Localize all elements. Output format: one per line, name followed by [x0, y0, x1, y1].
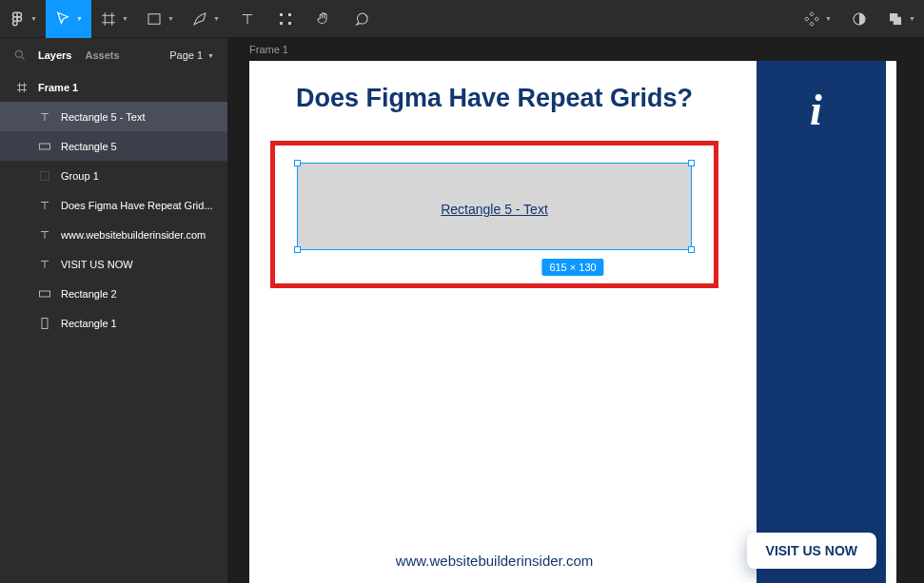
- text-icon: [239, 10, 256, 28]
- frame-icon: [15, 81, 29, 94]
- chevron-down-icon: ▼: [30, 15, 37, 22]
- left-sidebar: Layers Assets Page 1▼ Frame 1Rectangle 5…: [0, 38, 228, 583]
- svg-rect-15: [40, 144, 50, 149]
- layer-row-3[interactable]: Group 1: [0, 161, 227, 190]
- group-icon: [38, 169, 51, 183]
- sidebar-tabs: Layers Assets Page 1▼: [0, 38, 227, 72]
- layer-row-1[interactable]: Rectangle 5 - Text: [0, 102, 227, 131]
- layer-label: Does Figma Have Repeat Grid...: [61, 200, 213, 211]
- resize-handle-br[interactable]: [688, 246, 695, 253]
- layer-row-0[interactable]: Frame 1: [0, 72, 227, 102]
- visit-us-now-button[interactable]: VISIT US NOW: [747, 533, 876, 569]
- layer-row-5[interactable]: www.websitebuilderinsider.com: [0, 220, 227, 249]
- svg-rect-8: [805, 16, 809, 20]
- union-icon: [887, 10, 904, 28]
- rectangle-icon: [146, 10, 163, 28]
- svg-rect-17: [40, 291, 50, 297]
- resources-icon: [277, 10, 294, 28]
- search-icon[interactable]: [13, 49, 27, 62]
- layer-label: Rectangle 5 - Text: [61, 111, 145, 123]
- figma-menu-button[interactable]: ▼: [0, 0, 46, 38]
- canvas[interactable]: Frame 1 i Does Figma Have Repeat Grids? …: [228, 38, 924, 583]
- resize-handle-tl[interactable]: [294, 160, 301, 166]
- comment-tool-button[interactable]: [343, 0, 381, 38]
- layer-row-6[interactable]: VISIT US NOW: [0, 249, 227, 279]
- tab-assets[interactable]: Assets: [85, 49, 119, 61]
- comment-icon: [353, 10, 370, 28]
- rectv-icon: [38, 317, 51, 330]
- selected-element-rectangle-5[interactable]: Rectangle 5 - Text: [297, 163, 692, 250]
- chevron-down-icon: ▼: [909, 15, 915, 22]
- boolean-menu-button[interactable]: ▼: [878, 0, 924, 38]
- tab-layers[interactable]: Layers: [38, 49, 71, 61]
- layer-label: Rectangle 2: [61, 288, 117, 300]
- svg-rect-9: [815, 16, 818, 20]
- svg-rect-7: [810, 22, 814, 26]
- layer-label: Rectangle 1: [61, 318, 117, 329]
- svg-rect-3: [288, 13, 291, 16]
- svg-rect-16: [41, 171, 49, 180]
- frame-tool-button[interactable]: ▼: [91, 0, 137, 38]
- chevron-down-icon: ▼: [76, 15, 83, 22]
- resources-button[interactable]: [266, 0, 305, 38]
- layer-label: www.websitebuilderinsider.com: [61, 229, 206, 241]
- chevron-down-icon: ▼: [167, 15, 174, 22]
- pen-tool-button[interactable]: ▼: [183, 0, 228, 38]
- page-headline: Does Figma Have Repeat Grids?: [249, 84, 739, 113]
- page-selector[interactable]: Page 1▼: [169, 49, 214, 61]
- footer-url-text: www.websitebuilderinsider.com: [249, 553, 739, 569]
- mask-button[interactable]: [840, 0, 878, 38]
- artboard-frame-1[interactable]: i Does Figma Have Repeat Grids? Rectangl…: [249, 61, 896, 583]
- blue-side-panel: i: [757, 61, 896, 583]
- pen-icon: [191, 10, 208, 28]
- main-toolbar: ▼ ▼ ▼ ▼ ▼ ▼ ▼: [0, 0, 924, 38]
- layer-label: Group 1: [61, 170, 99, 182]
- rename-inline-text[interactable]: Rectangle 5 - Text: [298, 202, 691, 217]
- logo-glyph: i: [757, 85, 875, 135]
- svg-line-14: [22, 57, 25, 60]
- svg-point-13: [15, 50, 22, 57]
- layer-row-8[interactable]: Rectangle 1: [0, 308, 227, 338]
- components-icon: [803, 10, 820, 28]
- frame-icon: [100, 10, 117, 28]
- resize-handle-tr[interactable]: [688, 160, 695, 166]
- layer-label: Frame 1: [38, 82, 78, 93]
- layer-row-2[interactable]: Rectangle 5: [0, 131, 227, 161]
- rect-icon: [38, 140, 51, 153]
- chevron-down-icon: ▼: [213, 15, 220, 22]
- svg-rect-4: [280, 22, 283, 25]
- cursor-icon: [54, 10, 71, 28]
- page-label: Page 1: [169, 49, 203, 61]
- svg-rect-12: [894, 16, 901, 24]
- text-icon: [38, 258, 51, 271]
- figma-logo-icon: [9, 10, 26, 28]
- components-menu-button[interactable]: ▼: [795, 0, 840, 38]
- resize-handle-bl[interactable]: [294, 246, 301, 253]
- chevron-down-icon: ▼: [122, 15, 128, 22]
- svg-rect-1: [148, 13, 160, 24]
- svg-rect-6: [810, 11, 814, 15]
- layer-label: Rectangle 5: [61, 141, 117, 152]
- layer-row-7[interactable]: Rectangle 2: [0, 279, 227, 308]
- layer-row-4[interactable]: Does Figma Have Repeat Grid...: [0, 190, 227, 220]
- contrast-icon: [851, 10, 868, 28]
- svg-rect-5: [288, 22, 291, 25]
- selection-dimensions-badge: 615 × 130: [541, 259, 603, 276]
- hand-icon: [315, 10, 332, 28]
- frame-tab-label[interactable]: Frame 1: [249, 44, 288, 55]
- chevron-down-icon: ▼: [825, 15, 832, 22]
- shape-tool-button[interactable]: ▼: [137, 0, 183, 38]
- rect-icon: [38, 287, 51, 301]
- text-icon: [38, 110, 51, 124]
- layer-label: VISIT US NOW: [61, 259, 133, 270]
- move-tool-button[interactable]: ▼: [46, 0, 91, 38]
- svg-rect-18: [42, 318, 48, 328]
- chevron-down-icon: ▼: [207, 52, 214, 59]
- text-icon: [38, 228, 51, 242]
- text-tool-button[interactable]: [228, 0, 266, 38]
- text-icon: [38, 199, 51, 212]
- hand-tool-button[interactable]: [305, 0, 343, 38]
- svg-rect-2: [280, 13, 283, 16]
- layers-panel: Frame 1Rectangle 5 - TextRectangle 5Grou…: [0, 72, 227, 583]
